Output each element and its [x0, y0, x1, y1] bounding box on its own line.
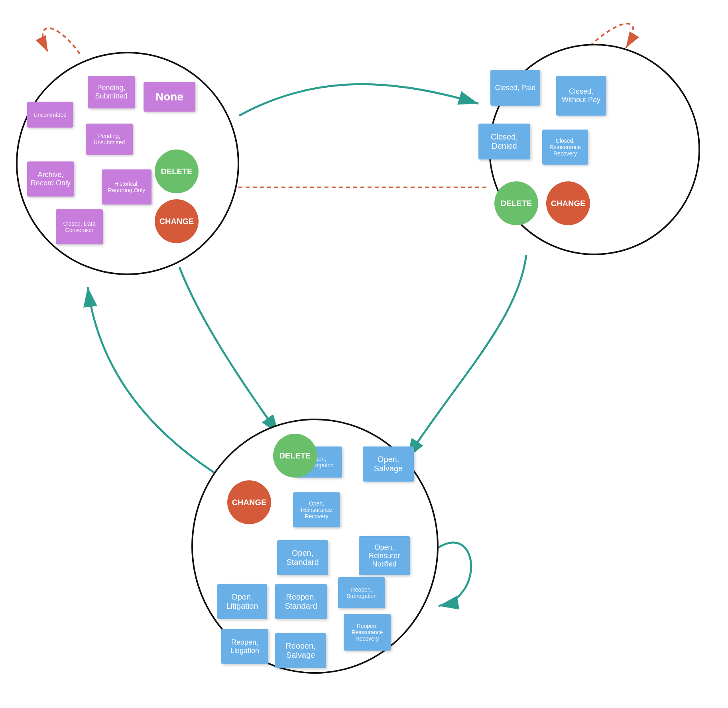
- note-pending-unsubmitted: Pending, Unsubmitted: [86, 124, 133, 155]
- note-closed-paid: Closed, Paid: [490, 70, 540, 106]
- note-closed-without-pay: Closed, Without Pay: [556, 76, 606, 116]
- note-reopen-subrogation: Reopen, Subrogation: [338, 577, 385, 608]
- note-reopen-litigation: Reopen, Litigation: [221, 629, 268, 664]
- note-closed-denied: Closed, Denied: [478, 124, 530, 159]
- note-historical-reporting: Historical, Reporting Only: [102, 169, 152, 205]
- change-bottom[interactable]: CHANGE: [227, 480, 271, 524]
- note-uncommitted: Uncommitted: [27, 102, 73, 128]
- delete-right[interactable]: DELETE: [494, 181, 538, 225]
- note-open-standard: Open, Standard: [277, 540, 328, 575]
- note-none: None: [144, 82, 195, 112]
- note-closed-data: Closed, Data Conversion: [56, 209, 103, 244]
- delete-bottom[interactable]: DELETE: [273, 434, 317, 478]
- note-open-reinsurer: Open, Reinsurer Notified: [359, 536, 410, 575]
- note-reopen-reinsurance: Reopen, Reinsurance Recovery: [344, 614, 391, 651]
- change-left[interactable]: CHANGE: [155, 199, 199, 243]
- delete-left[interactable]: DELETE: [155, 149, 199, 193]
- note-pending-submitted: Pending, Submitted: [88, 76, 135, 108]
- note-archive-record: Archive, Record Only: [27, 161, 74, 197]
- note-open-salvage: Open, Salvage: [363, 446, 414, 482]
- note-reopen-salvage: Reopen, Salvage: [275, 633, 326, 668]
- note-open-reinsurance: Open, Reinsurance Recovery: [293, 492, 340, 527]
- note-open-litigation: Open, Litigation: [217, 584, 267, 619]
- note-reopen-standard: Reopen, Standard: [275, 584, 327, 619]
- note-closed-reinsurance-right: Closed, Reinsurance Recovery: [542, 130, 588, 165]
- change-right[interactable]: CHANGE: [546, 181, 590, 225]
